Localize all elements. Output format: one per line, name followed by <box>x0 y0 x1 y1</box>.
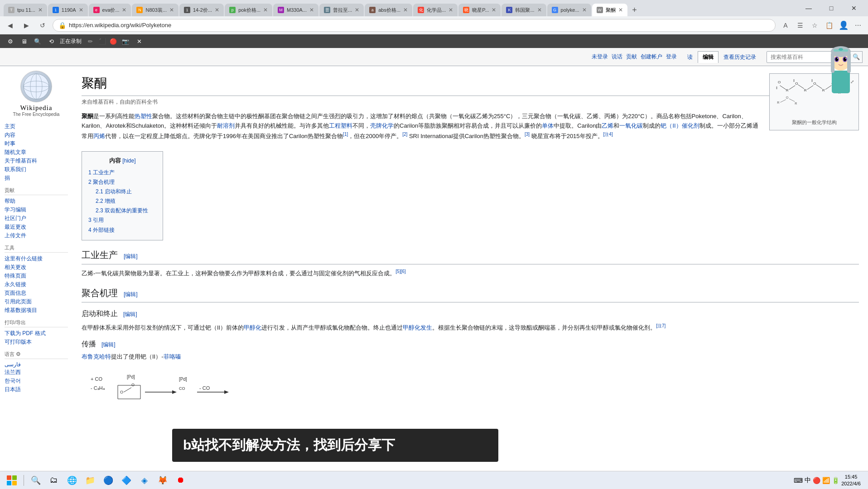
browser-tab-14[interactable]: W 聚酮 ✕ <box>592 4 627 16</box>
link-engplastics[interactable]: 工程塑料 <box>329 122 352 129</box>
url-bar[interactable]: 🔒 https://en.wikipedia.org/wiki/Polyketo… <box>53 19 776 32</box>
tab-close-3[interactable]: ✕ <box>122 7 126 13</box>
browser-tab-4[interactable]: N N803装... ✕ <box>132 4 178 16</box>
tab-close-13[interactable]: ✕ <box>582 7 587 13</box>
toc-link-2-1[interactable]: 2.1 启动和终止 <box>96 188 132 195</box>
toc-link-3[interactable]: 3 引用 <box>88 217 104 223</box>
user-link-signin[interactable]: 登录 <box>666 53 677 61</box>
rec-window[interactable]: 🖥 <box>19 36 29 46</box>
tab-close-14[interactable]: ✕ <box>618 7 623 13</box>
browser-tab-13[interactable]: G polyke... ✕ <box>547 4 591 16</box>
browser-tab-12[interactable]: K 韩国聚... ✕ <box>502 4 546 16</box>
ref-note4[interactable]: [注4] <box>603 132 613 137</box>
link-shell[interactable]: 壳牌化学 <box>370 122 394 129</box>
section-2-edit-link[interactable]: [编辑] <box>124 291 138 297</box>
sidebar-link-home[interactable]: 主页 <box>5 122 68 131</box>
browser-tab-8[interactable]: 普 普拉至... ✕ <box>319 4 364 16</box>
sidebar-link-donate[interactable]: 捐 <box>5 174 68 182</box>
taskbar-filemanager-icon[interactable]: 📁 <box>82 472 98 489</box>
tab-edit[interactable]: 编辑 <box>698 51 719 63</box>
new-tab-button[interactable]: + <box>628 4 641 16</box>
tab-close-8[interactable]: ✕ <box>355 7 359 13</box>
tab-close-12[interactable]: ✕ <box>537 7 542 13</box>
browser-tab-5[interactable]: 1 14-2价... ✕ <box>179 4 224 16</box>
tab-read[interactable]: 读 <box>682 51 698 63</box>
ref-5[interactable]: [5] <box>395 269 400 274</box>
section-1-edit-link[interactable]: [编辑] <box>124 253 138 259</box>
sidebar-link-special[interactable]: 特殊页面 <box>5 272 68 280</box>
link-methoxy2[interactable]: 甲醇化发生 <box>403 324 432 331</box>
link-methoxy[interactable]: 甲醇化 <box>244 324 261 331</box>
tab-close-11[interactable]: ✕ <box>492 7 496 13</box>
tab-close-1[interactable]: ✕ <box>38 7 43 13</box>
profile-button[interactable]: 👤 <box>837 19 850 32</box>
sidebar-link-cite[interactable]: 引用此页面 <box>5 297 68 306</box>
sidebar-link-about[interactable]: 关于维基百科 <box>5 157 68 165</box>
link-brookhart[interactable]: 布鲁克哈特 <box>82 353 111 360</box>
sidebar-link-fa[interactable]: فارسی <box>5 361 68 368</box>
sidebar-link-pageinfo[interactable]: 页面信息 <box>5 289 68 297</box>
user-link-contrib[interactable]: 贡献 <box>626 53 637 61</box>
sidebar-link-recent[interactable]: 最近更改 <box>5 223 68 231</box>
rec-close[interactable]: ✕ <box>134 36 144 46</box>
link-pd[interactable]: 钯（II）催化剂 <box>661 122 699 129</box>
close-button[interactable]: ✕ <box>844 0 864 16</box>
ref-note7[interactable]: [注7] <box>656 323 665 328</box>
rec-camera[interactable]: ⟲ <box>46 36 56 46</box>
taskbar-edge-icon[interactable]: 🌐 <box>64 472 80 489</box>
tab-close-10[interactable]: ✕ <box>448 7 453 13</box>
section-2a-edit-link[interactable]: [编辑] <box>123 311 137 317</box>
translate-button[interactable]: A <box>779 19 792 32</box>
sidebar-link-ja[interactable]: 日本語 <box>5 385 68 394</box>
link-monomer[interactable]: 单体 <box>542 122 554 129</box>
tray-keyboard-icon[interactable]: ⌨ <box>794 477 803 484</box>
sidebar-link-ko[interactable]: 한국어 <box>5 377 68 385</box>
lang-gear-icon[interactable]: ⚙ <box>16 351 21 357</box>
link-phenanthro[interactable]: 菲咯嗪 <box>164 353 181 360</box>
sidebar-link-help[interactable]: 帮助 <box>5 197 68 206</box>
link-thermoplastic[interactable]: 热塑性 <box>135 113 152 120</box>
tab-close-9[interactable]: ✕ <box>403 7 408 13</box>
collections-button[interactable]: 📋 <box>823 19 835 32</box>
browser-tab-10[interactable]: 化 化学品... ✕ <box>413 4 458 16</box>
sidebar-link-fr[interactable]: 法兰西 <box>5 368 68 377</box>
sidebar-link-learn-edit[interactable]: 学习编辑 <box>5 206 68 214</box>
taskbar-record-icon[interactable]: ⏺ <box>173 472 189 489</box>
ref-3[interactable]: [3] <box>525 132 530 137</box>
tab-close-7[interactable]: ✕ <box>309 7 314 13</box>
settings-button[interactable]: ⋯ <box>852 19 864 32</box>
browser-tab-11[interactable]: 晓 晓星P... ✕ <box>458 4 501 16</box>
tray-ime-icon[interactable]: 中 <box>805 476 811 484</box>
ref-6[interactable]: [6] <box>400 269 405 274</box>
tab-close-6[interactable]: ✕ <box>263 7 268 13</box>
taskbar-clock[interactable]: 15:45 2022/4/6 <box>841 474 864 487</box>
browser-tab-7[interactable]: M M330A... ✕ <box>273 4 318 16</box>
sidebar-link-pdf[interactable]: 下载为 PDF 格式 <box>5 329 68 338</box>
sidebar-link-related[interactable]: 相关更改 <box>5 263 68 272</box>
taskbar-edge2-icon[interactable]: 🔵 <box>100 472 116 489</box>
sidebar-link-upload[interactable]: 上传文件 <box>5 231 68 240</box>
toc-link-4[interactable]: 4 外部链接 <box>88 227 115 233</box>
toc-hide-button[interactable]: [hide] <box>122 158 135 164</box>
back-button[interactable]: ◀ <box>4 19 16 32</box>
toc-link-2-3[interactable]: 2.3 双齿配体的重要性 <box>96 207 148 214</box>
taskbar-icon-5[interactable]: 🔷 <box>118 472 135 489</box>
rec-square-red[interactable]: ⬛ <box>99 38 106 45</box>
sidebar-link-portal[interactable]: 社区门户 <box>5 214 68 223</box>
ref-1[interactable]: [1] <box>343 132 348 137</box>
taskbar-icon-6[interactable]: ◈ <box>136 472 153 489</box>
rec-circle-red[interactable]: 🔴 <box>110 38 117 45</box>
taskbar-taskview-icon[interactable]: 🗂 <box>46 472 62 489</box>
link-co[interactable]: 一氧化碳 <box>619 122 643 129</box>
tab-close-2[interactable]: ✕ <box>79 7 83 13</box>
ref-2[interactable]: [2] <box>402 132 407 137</box>
browser-tab-9[interactable]: a abs价格... ✕ <box>365 4 412 16</box>
link-ethylene[interactable]: 乙烯 <box>602 122 613 129</box>
minimize-button[interactable]: — <box>798 0 819 16</box>
sidebar-link-current[interactable]: 时事 <box>5 139 68 148</box>
toc-link-2[interactable]: 2 聚合机理 <box>88 179 115 185</box>
toc-link-2-2[interactable]: 2.2 增殖 <box>96 198 116 204</box>
browser-tab-1[interactable]: T tpu 11... ✕ <box>4 4 47 16</box>
link-propylene[interactable]: 丙烯 <box>93 133 105 139</box>
tab-close-4[interactable]: ✕ <box>169 7 174 13</box>
